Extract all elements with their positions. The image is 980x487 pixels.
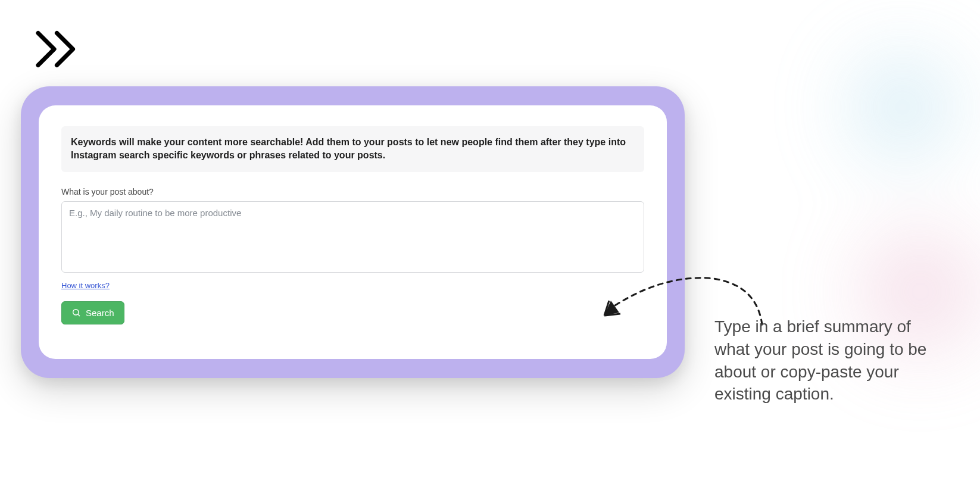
svg-point-0 (73, 310, 79, 315)
purple-panel: Keywords will make your content more sea… (21, 86, 685, 378)
info-box: Keywords will make your content more sea… (61, 126, 644, 172)
svg-line-1 (78, 314, 80, 316)
how-it-works-link[interactable]: How it works? (61, 281, 110, 290)
post-input[interactable] (61, 201, 644, 273)
annotation-text: Type in a brief summary of what your pos… (714, 316, 929, 405)
search-button[interactable]: Search (61, 301, 124, 324)
double-chevron-logo-icon (33, 27, 86, 71)
info-text: Keywords will make your content more sea… (71, 136, 635, 163)
search-icon (71, 308, 81, 317)
form-card: Keywords will make your content more sea… (39, 105, 667, 359)
search-button-label: Search (86, 308, 114, 318)
post-about-label: What is your post about? (61, 187, 644, 196)
